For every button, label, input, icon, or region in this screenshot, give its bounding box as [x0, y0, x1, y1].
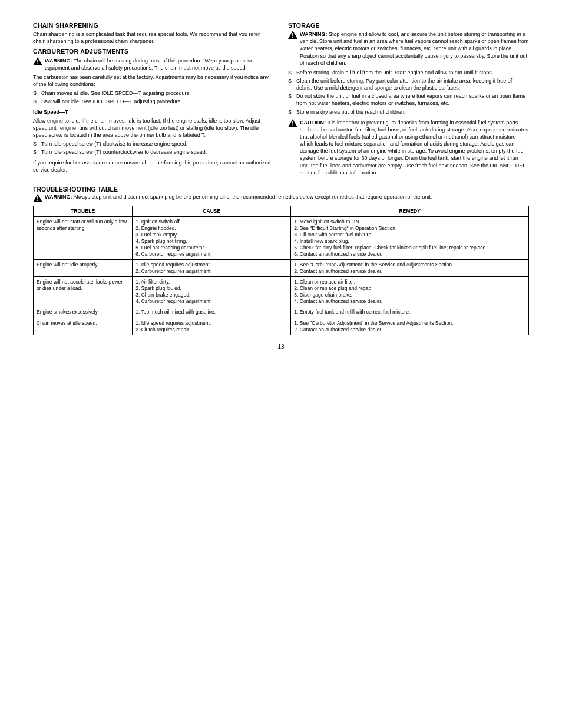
- warning-text: WARNING: The chain will be moving during…: [45, 57, 274, 71]
- warning-block-carburetor: ! WARNING: The chain will be moving duri…: [33, 57, 274, 71]
- warning-body: The chain will be moving during most of …: [45, 58, 253, 71]
- cell-cause: 1. Idle speed requires adjustment.2. Car…: [133, 260, 291, 277]
- assistance-text: If you require further assistance or are…: [33, 159, 274, 173]
- cell-trouble: Chain moves at idle speed.: [34, 318, 133, 335]
- table-row: Engine smokes excessively.1. Too much oi…: [34, 307, 529, 318]
- cell-cause: 1. Air filter dirty.2. Spark plug fouled…: [133, 277, 291, 307]
- caution-text: CAUTION: It is important to prevent gum …: [300, 119, 529, 176]
- cell-remedy: 1. See "Carburetor Adjustment" in the Se…: [291, 260, 529, 277]
- svg-text:!: !: [292, 32, 293, 39]
- warning-text: WARNING: Always stop unit and disconnect…: [45, 194, 529, 200]
- th-trouble: TROUBLE: [34, 206, 133, 216]
- cell-cause: 1. Idle speed requires adjustment.2. Clu…: [133, 318, 291, 335]
- chain-sharpening-text: Chain sharpening is a complicated task t…: [33, 31, 274, 45]
- svg-text:!: !: [292, 121, 293, 127]
- two-column-layout: CHAIN SHARPENING Chain sharpening is a c…: [33, 21, 529, 179]
- left-column: CHAIN SHARPENING Chain sharpening is a c…: [33, 21, 274, 179]
- storage-list: Before storing, drain all fuel from the …: [288, 69, 529, 116]
- right-column: STORAGE ! WARNING: Stop engine and allow…: [288, 21, 529, 179]
- caution-label: CAUTION:: [300, 120, 326, 126]
- caution-block-storage: ! CAUTION: It is important to prevent gu…: [288, 119, 529, 176]
- table-row: Engine will not idle properly.1. Idle sp…: [34, 260, 529, 277]
- heading-storage: STORAGE: [288, 21, 529, 29]
- cell-trouble: Engine will not idle properly.: [34, 260, 133, 277]
- warning-body-text: Always stop unit and disconnect spark pl…: [74, 194, 432, 200]
- idle-adjust-list: Turn idle speed screw (T) clockwise to i…: [33, 140, 274, 156]
- warning-icon: !: [288, 31, 297, 39]
- list-item: Turn idle speed screw (T) counterclockwi…: [33, 149, 274, 156]
- troubleshooting-section: TROUBLESHOOTING TABLE ! WARNING: Always …: [33, 186, 529, 335]
- cell-trouble: Engine will not accelerate, lacks power,…: [34, 277, 133, 307]
- svg-text:!: !: [37, 196, 38, 202]
- table-body: Engine will not start or will run only a…: [34, 216, 529, 335]
- page-number: 13: [33, 344, 529, 350]
- warning-label: WARNING:: [45, 194, 72, 200]
- cell-remedy: 1. Move ignition switch to ON.2. See "Di…: [291, 216, 529, 259]
- idle-speed-text: Allow engine to idle. If the chain moves…: [33, 117, 274, 139]
- caution-body: It is important to prevent gum deposits …: [300, 120, 528, 176]
- warning-block-troubleshooting: ! WARNING: Always stop unit and disconne…: [33, 194, 529, 202]
- warning-label: WARNING:: [300, 31, 328, 37]
- cell-trouble: Engine will not start or will run only a…: [34, 216, 133, 259]
- th-cause: CAUSE: [133, 206, 291, 216]
- page: CHAIN SHARPENING Chain sharpening is a c…: [0, 0, 562, 728]
- warning-text: WARNING: Stop engine and allow to cool, …: [300, 31, 529, 67]
- heading-carburetor-adjustments: CARBURETOR ADJUSTMENTS: [33, 47, 274, 55]
- list-item: Before storing, drain all fuel from the …: [288, 69, 529, 76]
- cell-remedy: 1. Empty fuel tank and refill with corre…: [291, 307, 529, 318]
- subheading-idle-speed: Idle Speed—T: [33, 108, 274, 116]
- carb-conditions-list: Chain moves at idle. See IDLE SPEED—T ad…: [33, 90, 274, 105]
- warning-icon: !: [33, 194, 42, 202]
- troubleshooting-table: TROUBLE CAUSE REMEDY Engine will not sta…: [33, 206, 529, 335]
- heading-chain-sharpening: CHAIN SHARPENING: [33, 21, 274, 29]
- cell-cause: 1. Ignition switch off.2. Engine flooded…: [133, 216, 291, 259]
- list-item: Clean the unit before storing. Pay parti…: [288, 77, 529, 91]
- cell-cause: 1. Too much oil mixed with gasoline.: [133, 307, 291, 318]
- cell-remedy: 1. See "Carburetor Adjustment" in the Se…: [291, 318, 529, 335]
- warning-block-storage: ! WARNING: Stop engine and allow to cool…: [288, 31, 529, 67]
- table-header-row: TROUBLE CAUSE REMEDY: [34, 206, 529, 216]
- warning-icon: !: [288, 119, 297, 127]
- th-remedy: REMEDY: [291, 206, 529, 216]
- warning-body: Stop engine and allow to cool, and secur…: [300, 31, 528, 66]
- list-item: Saw will not idle. See IDLE SPEED—T adju…: [33, 98, 274, 105]
- warning-icon: !: [33, 57, 42, 65]
- table-row: Engine will not start or will run only a…: [34, 216, 529, 259]
- cell-remedy: 1. Clean or replace air filter.2. Clean …: [291, 277, 529, 307]
- table-row: Chain moves at idle speed.1. Idle speed …: [34, 318, 529, 335]
- table-row: Engine will not accelerate, lacks power,…: [34, 277, 529, 307]
- list-item: Turn idle speed screw (T) clockwise to i…: [33, 140, 274, 147]
- list-item: Do not store the unit or fuel in a close…: [288, 93, 529, 107]
- list-item: Chain moves at idle. See IDLE SPEED—T ad…: [33, 90, 274, 97]
- heading-troubleshooting: TROUBLESHOOTING TABLE: [33, 186, 529, 193]
- carb-intro-text: The carburetor has been carefully set at…: [33, 74, 274, 88]
- svg-text:!: !: [37, 59, 38, 65]
- warning-label: WARNING:: [45, 58, 72, 64]
- list-item: Store in a dry area out of the reach of …: [288, 108, 529, 116]
- cell-trouble: Engine smokes excessively.: [34, 307, 133, 318]
